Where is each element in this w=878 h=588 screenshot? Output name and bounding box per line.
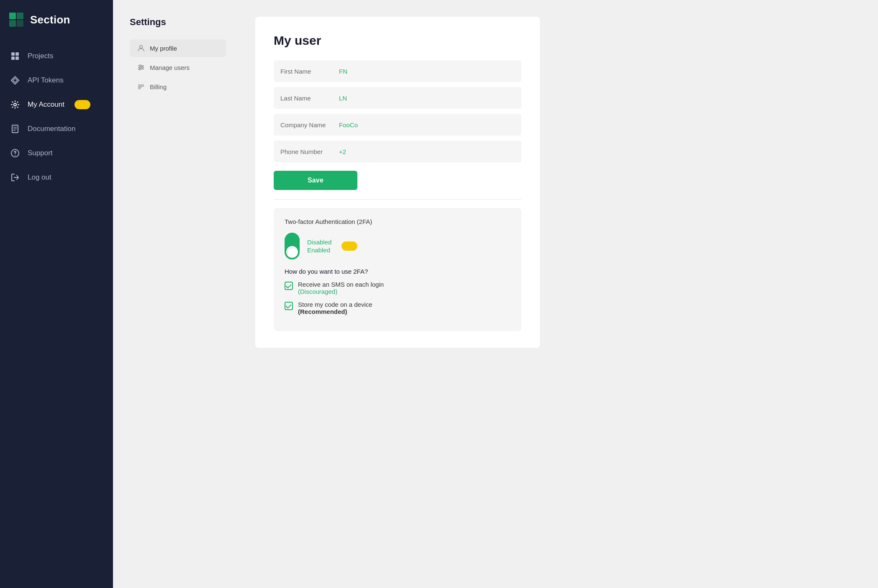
tfa-sms-option: Receive an SMS on each login (Discourage… <box>285 281 511 295</box>
tfa-labels: Disabled Enabled <box>307 239 331 254</box>
settings-nav-manage-users[interactable]: Manage users <box>130 59 226 76</box>
sidebar-item-support[interactable]: Support <box>0 141 113 165</box>
section-logo-icon <box>8 12 24 28</box>
save-button[interactable]: Save <box>274 171 357 190</box>
first-name-label: First Name <box>280 68 339 75</box>
diamond-icon <box>10 75 20 85</box>
sidebar-item-documentation[interactable]: Documentation <box>0 117 113 141</box>
settings-nav-manage-users-label: Manage users <box>150 64 190 71</box>
phone-number-field: Phone Number <box>274 141 521 162</box>
sliders-icon <box>137 64 145 71</box>
user-icon <box>137 44 145 52</box>
sidebar-navigation: Projects API Tokens My Account <box>0 39 113 194</box>
tfa-label-disabled: Disabled <box>307 239 331 246</box>
last-name-input[interactable] <box>339 95 515 102</box>
sidebar-logo-text: Section <box>30 13 70 26</box>
sidebar-item-support-label: Support <box>28 149 53 157</box>
sidebar-item-api-tokens[interactable]: API Tokens <box>0 69 113 92</box>
last-name-field: Last Name <box>274 87 521 109</box>
svg-rect-0 <box>9 13 16 19</box>
settings-nav-my-profile[interactable]: My profile <box>130 39 226 57</box>
svg-point-20 <box>141 67 143 68</box>
svg-rect-6 <box>11 56 15 60</box>
settings-nav-my-profile-label: My profile <box>150 45 177 52</box>
tfa-device-option: Store my code on a device (Recommended) <box>285 301 511 315</box>
sidebar-item-projects[interactable]: Projects <box>0 44 113 68</box>
tfa-toggle-row: Disabled Enabled <box>285 233 511 259</box>
svg-point-14 <box>15 155 15 156</box>
my-account-badge <box>74 100 90 109</box>
settings-sidebar: Settings My profile <box>113 0 239 588</box>
divider <box>274 199 521 200</box>
billing-icon <box>137 83 145 90</box>
company-name-field: Company Name <box>274 114 521 136</box>
tfa-toggle[interactable] <box>285 233 300 259</box>
sidebar-item-api-tokens-label: API Tokens <box>28 76 64 85</box>
sidebar-item-logout[interactable]: Log out <box>0 166 113 189</box>
settings-nav-billing-label: Billing <box>150 83 167 90</box>
first-name-input[interactable] <box>339 68 515 75</box>
svg-point-15 <box>140 46 143 49</box>
sidebar-item-logout-label: Log out <box>28 173 51 182</box>
tfa-toggle-knob <box>286 246 298 258</box>
first-name-field: First Name <box>274 60 521 82</box>
phone-number-label: Phone Number <box>280 148 339 155</box>
sidebar-item-projects-label: Projects <box>28 52 53 60</box>
tfa-sms-sub: (Discouraged) <box>298 288 337 295</box>
svg-rect-2 <box>9 20 16 27</box>
svg-rect-7 <box>15 56 19 60</box>
settings-navigation: My profile Manage users <box>130 39 226 95</box>
sidebar-item-my-account-label: My Account <box>28 100 64 109</box>
svg-point-19 <box>139 65 141 67</box>
svg-rect-3 <box>17 20 23 27</box>
tfa-sms-checkbox[interactable] <box>285 282 293 290</box>
svg-rect-4 <box>11 52 15 56</box>
doc-icon <box>10 124 20 134</box>
tfa-device-checkbox[interactable] <box>285 302 293 310</box>
svg-rect-5 <box>15 52 19 56</box>
sidebar-logo: Section <box>0 0 113 39</box>
svg-point-8 <box>14 103 16 106</box>
tfa-badge <box>341 241 357 251</box>
tfa-section: Two-factor Authentication (2FA) Disabled… <box>274 208 521 331</box>
tfa-device-label: Store my code on a device (Recommended) <box>298 301 372 315</box>
settings-title: Settings <box>130 17 226 28</box>
gear-icon <box>10 100 20 110</box>
settings-nav-billing[interactable]: Billing <box>130 78 226 95</box>
svg-point-21 <box>139 68 141 70</box>
tfa-title: Two-factor Authentication (2FA) <box>285 218 511 225</box>
company-name-label: Company Name <box>280 121 339 128</box>
tfa-sms-label: Receive an SMS on each login (Discourage… <box>298 281 384 295</box>
main-area: Settings My profile <box>113 0 878 588</box>
content-panel: My user First Name Last Name Company Nam… <box>239 0 878 588</box>
tfa-label-enabled: Enabled <box>307 246 331 254</box>
tfa-question: How do you want to use 2FA? <box>285 268 511 275</box>
sidebar-item-documentation-label: Documentation <box>28 125 75 133</box>
profile-card: My user First Name Last Name Company Nam… <box>255 17 540 348</box>
grid-icon <box>10 51 20 61</box>
settings-layout: Settings My profile <box>113 0 878 588</box>
tfa-device-sub: (Recommended) <box>298 308 347 315</box>
company-name-input[interactable] <box>339 121 515 128</box>
profile-title: My user <box>274 33 521 48</box>
svg-rect-1 <box>17 13 23 19</box>
logout-icon <box>10 172 20 182</box>
last-name-label: Last Name <box>280 95 339 102</box>
phone-number-input[interactable] <box>339 148 515 155</box>
sidebar-item-my-account[interactable]: My Account <box>0 93 113 116</box>
sidebar: Section Projects API Tokens <box>0 0 113 588</box>
help-icon <box>10 148 20 158</box>
